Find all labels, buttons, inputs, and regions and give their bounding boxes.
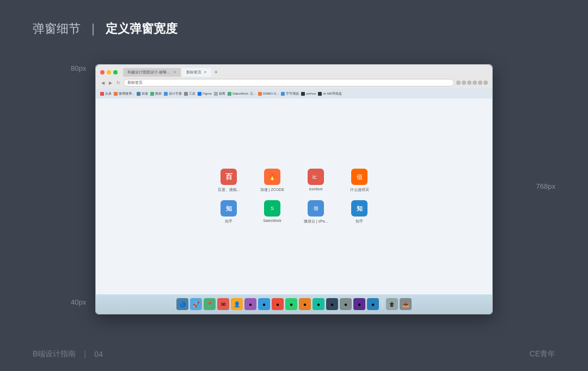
dock-trash[interactable]: 🗑 xyxy=(386,298,398,310)
dock-finder[interactable]: 🔵 xyxy=(176,298,188,310)
dock-app7[interactable]: ● xyxy=(326,298,338,310)
address-bar[interactable]: 新标签页 xyxy=(124,79,454,86)
app-label-weiyou: 微游云 | sPa... xyxy=(302,219,330,224)
traffic-lights xyxy=(100,70,118,75)
forward-button[interactable]: ▶ xyxy=(108,80,113,86)
tab-2-close[interactable]: ✕ xyxy=(204,70,207,75)
bookmark-9[interactable]: SalesWork: 云... xyxy=(228,91,256,96)
new-tab-button[interactable]: + xyxy=(212,69,220,75)
app-icon-iconfont: ic xyxy=(308,169,324,185)
app-item-jiasu[interactable]: 🔥 加速 | ZCODE xyxy=(258,169,286,193)
dock-app2[interactable]: ● xyxy=(258,298,270,310)
close-button[interactable] xyxy=(100,70,105,75)
browser-chrome: 和趣设计图图设计-被曝以... ✕ 新标签页 ✕ + ◀ ▶ ↻ 新标签页 xyxy=(96,65,492,89)
app-item-zhihu2[interactable]: 知 知乎 xyxy=(345,200,373,224)
label-top-dimension: 80px xyxy=(71,64,86,72)
dock-mail[interactable]: ✉ xyxy=(217,298,229,310)
dock-app4[interactable]: ● xyxy=(285,298,297,310)
footer: B端设计指南 ｜ 04 CE青年 xyxy=(33,349,555,359)
browser-mockup: 和趣设计图图设计-被曝以... ✕ 新标签页 ✕ + ◀ ▶ ↻ 新标签页 xyxy=(95,64,493,314)
title-divider: ｜ xyxy=(87,21,99,37)
toolbar-icons xyxy=(456,81,488,85)
address-text: 新标签页 xyxy=(127,80,143,85)
bookmark-12[interactable]: ant/vot xyxy=(301,92,316,96)
app-item-weiyou[interactable]: 微 微游云 | sPa... xyxy=(302,200,330,224)
app-item-zhihu[interactable]: 知 知乎 xyxy=(215,200,243,224)
app-row-1: 百 百度、搜狐... 🔥 加速 | ZCODE ic xyxy=(215,169,373,193)
extension-icon-1[interactable] xyxy=(456,81,461,85)
bookmark-4[interactable]: 教材 xyxy=(150,91,162,96)
dock: 🔵 🚀 📍 ✉ 👤 ● ● ● ● ● ● ● ● ● ● 🗑 📥 xyxy=(96,294,492,314)
bookmarks-bar: 头条 微博微博... 加速 教材 设计手册 工具 xyxy=(96,89,492,98)
app-icon-zhihu: 知 xyxy=(220,200,237,217)
new-tab-content: 百 百度、搜狐... 🔥 加速 | ZCODE ic xyxy=(215,169,373,224)
title-part2: 定义弹窗宽度 xyxy=(106,21,177,37)
bookmark-1[interactable]: 头条 xyxy=(100,91,112,96)
page-title-area: 弹窗细节 ｜ 定义弹窗宽度 xyxy=(33,21,177,37)
maximize-button[interactable] xyxy=(113,70,118,75)
extension-icon-4[interactable] xyxy=(473,81,477,85)
minimize-button[interactable] xyxy=(107,70,111,75)
label-right-dimension: 768px xyxy=(536,182,555,190)
app-icon-smzdm: 值 xyxy=(351,169,367,185)
dock-app1[interactable]: ● xyxy=(244,298,256,310)
dock-contacts[interactable]: 👤 xyxy=(231,298,243,310)
tab-2[interactable]: 新标签页 ✕ xyxy=(182,68,211,77)
app-label-iconfont: iconfont xyxy=(302,187,330,191)
dock-maps[interactable]: 📍 xyxy=(204,298,216,310)
app-grid: 百 百度、搜狐... 🔥 加速 | ZCODE ic xyxy=(215,169,373,224)
dock-app5[interactable]: ● xyxy=(299,298,311,310)
title-part1: 弹窗细节 xyxy=(33,21,81,37)
dock-app9[interactable]: ● xyxy=(353,298,365,310)
app-icon-zhihu2: 知 xyxy=(351,200,367,217)
bookmark-7[interactable]: Figma xyxy=(198,92,212,96)
footer-divider: ｜ xyxy=(81,349,89,359)
tab-2-label: 新标签页 xyxy=(186,70,201,75)
bookmark-5[interactable]: 设计手册 xyxy=(164,91,182,96)
label-bottom-dimension: 40px xyxy=(71,298,86,306)
browser-window: 和趣设计图图设计-被曝以... ✕ 新标签页 ✕ + ◀ ▶ ↻ 新标签页 xyxy=(95,64,493,314)
extension-icon-6[interactable] xyxy=(483,81,488,85)
footer-guide-title: B端设计指南 xyxy=(33,349,76,359)
app-icon-baidu: 百 xyxy=(220,169,237,185)
extension-icon-3[interactable] xyxy=(467,81,471,85)
app-item-smzdm[interactable]: 值 什么值得买 xyxy=(345,169,373,193)
bookmark-13[interactable]: Ar MD导线盘 xyxy=(318,91,342,96)
dock-app3[interactable]: ● xyxy=(272,298,284,310)
app-item-baidu[interactable]: 百 百度、搜狐... xyxy=(215,169,243,193)
app-icon-weiyou: 微 xyxy=(308,200,324,217)
app-row-2: 知 知乎 S SalesWork 微 xyxy=(215,200,373,224)
app-item-iconfont[interactable]: ic iconfont xyxy=(302,169,330,193)
bookmark-6[interactable]: 工具 xyxy=(184,91,195,96)
footer-chapter: 04 xyxy=(94,350,103,358)
app-icon-saleswork: S xyxy=(264,200,280,217)
app-label-zhihu: 知乎 xyxy=(215,219,243,224)
extension-icon-5[interactable] xyxy=(478,81,482,85)
dock-launchpad[interactable]: 🚀 xyxy=(190,298,202,310)
dock-app6[interactable]: ● xyxy=(313,298,324,310)
extension-icon-2[interactable] xyxy=(462,81,466,85)
refresh-button[interactable]: ↻ xyxy=(115,80,121,86)
browser-tabs: 和趣设计图图设计-被曝以... ✕ 新标签页 ✕ + xyxy=(96,65,492,77)
tab-1-close[interactable]: ✕ xyxy=(173,70,176,75)
back-button[interactable]: ◀ xyxy=(100,80,106,86)
app-item-saleswork[interactable]: S SalesWork xyxy=(258,200,286,224)
app-label-jiasu: 加速 | ZCODE xyxy=(258,187,286,193)
dock-separator xyxy=(382,299,383,309)
browser-toolbar: ◀ ▶ ↻ 新标签页 xyxy=(96,77,492,89)
dock-app8[interactable]: ● xyxy=(340,298,352,310)
footer-right: CE青年 xyxy=(530,349,555,359)
dock-downloads[interactable]: 📥 xyxy=(400,298,412,310)
app-label-smzdm: 什么值得买 xyxy=(345,187,373,193)
bookmark-10[interactable]: DNMO D... xyxy=(258,92,279,96)
footer-left: B端设计指南 ｜ 04 xyxy=(33,349,103,359)
tab-1[interactable]: 和趣设计图图设计-被曝以... ✕ xyxy=(123,68,181,77)
bookmark-2[interactable]: 微博微博... xyxy=(114,91,134,96)
app-label-saleswork: SalesWork xyxy=(258,219,286,222)
browser-content: 百 百度、搜狐... 🔥 加速 | ZCODE ic xyxy=(96,98,492,294)
app-label-baidu: 百度、搜狐... xyxy=(215,187,243,193)
bookmark-11[interactable]: 字节调选 xyxy=(281,91,299,96)
dock-app10[interactable]: ● xyxy=(367,298,379,310)
bookmark-8[interactable]: 抽离 xyxy=(214,91,225,96)
bookmark-3[interactable]: 加速 xyxy=(137,91,148,96)
